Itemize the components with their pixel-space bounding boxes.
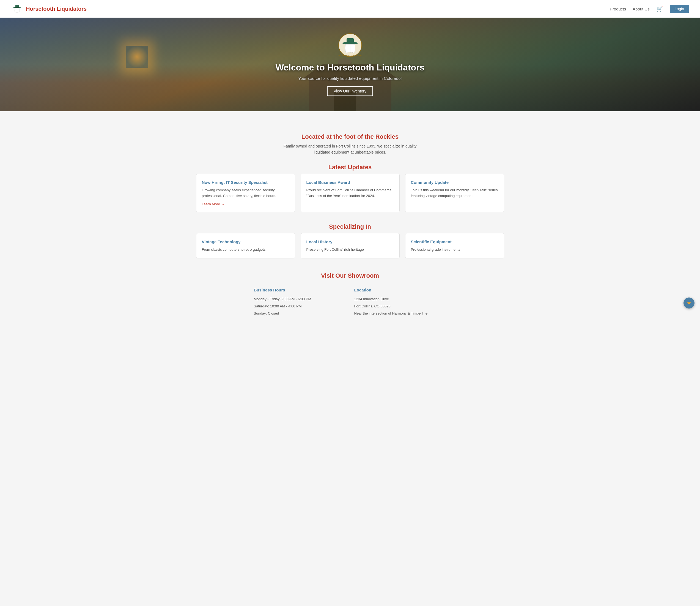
showroom-location-line-1: 1234 Innovation Drive bbox=[354, 296, 446, 303]
update-card-3-text: Join us this weekend for our monthly "Te… bbox=[411, 187, 499, 199]
svg-rect-2 bbox=[16, 7, 19, 8]
nav-link-products[interactable]: Products bbox=[610, 7, 626, 11]
showroom-hours-line-1: Monday - Friday: 9:00 AM - 6:00 PM bbox=[254, 296, 346, 303]
specializing-section: Specializing In Vintage Technology From … bbox=[196, 223, 504, 258]
nav-link-about[interactable]: About Us bbox=[633, 7, 650, 11]
hero-section: HORSETOOTH LIQUIDATORS Welcome to Horset… bbox=[0, 18, 700, 111]
about-subtext: Family owned and operated in Fort Collin… bbox=[281, 143, 419, 156]
spec-card-2: Local History Preserving Fort Collins' r… bbox=[300, 233, 400, 258]
specializing-grid: Vintage Technology From classic computer… bbox=[196, 233, 504, 258]
spec-card-1: Vintage Technology From classic computer… bbox=[196, 233, 295, 258]
svg-text:HORSETOOTH LIQUIDATORS: HORSETOOTH LIQUIDATORS bbox=[338, 55, 362, 56]
update-card-2: Local Business Award Proud recipient of … bbox=[300, 174, 400, 212]
showroom-hours-title: Business Hours bbox=[254, 287, 346, 292]
hero-content: HORSETOOTH LIQUIDATORS Welcome to Horset… bbox=[275, 33, 425, 96]
spec-card-3-text: Professional-grade instruments bbox=[411, 247, 499, 253]
nav-brand-name: Horsetooth Liquidators bbox=[26, 6, 87, 12]
update-card-1-text: Growing company seeks experienced securi… bbox=[202, 187, 289, 199]
spec-card-3-title: Scientific Equipment bbox=[411, 239, 499, 244]
brand-logo-icon bbox=[11, 3, 23, 15]
learn-more-link[interactable]: Learn More → bbox=[202, 202, 225, 206]
spec-card-1-text: From classic computers to retro gadgets bbox=[202, 247, 289, 253]
showroom-hours-col: Business Hours Monday - Friday: 9:00 AM … bbox=[254, 287, 346, 317]
specializing-heading: Specializing In bbox=[196, 223, 504, 230]
showroom-hours-line-2: Saturday: 10:00 AM - 4:00 PM bbox=[254, 303, 346, 310]
update-card-3: Community Update Join us this weekend fo… bbox=[405, 174, 504, 212]
hero-title: Welcome to Horsetooth Liquidators bbox=[275, 63, 425, 73]
floating-badge-button[interactable]: ★ bbox=[683, 298, 695, 308]
main-content: Located at the foot of the Rockies Famil… bbox=[185, 111, 515, 339]
spec-card-2-text: Preserving Fort Collins' rich heritage bbox=[307, 247, 394, 253]
showroom-section: Visit Our Showroom Business Hours Monday… bbox=[196, 272, 504, 323]
update-card-1-title: Now Hiring: IT Security Specialist bbox=[202, 180, 289, 185]
about-heading: Located at the foot of the Rockies bbox=[196, 133, 504, 140]
showroom-heading: Visit Our Showroom bbox=[196, 272, 504, 279]
view-inventory-button[interactable]: View Our Inventory bbox=[327, 86, 373, 96]
spec-card-2-title: Local History bbox=[307, 239, 394, 244]
showroom-hours-line-3: Sunday: Closed bbox=[254, 310, 346, 317]
svg-rect-11 bbox=[346, 38, 354, 44]
latest-updates-heading: Latest Updates bbox=[196, 164, 504, 171]
update-card-1: Now Hiring: IT Security Specialist Growi… bbox=[196, 174, 295, 212]
spec-card-3: Scientific Equipment Professional-grade … bbox=[405, 233, 504, 258]
floating-badge-icon: ★ bbox=[687, 300, 691, 306]
cart-icon[interactable]: 🛒 bbox=[656, 5, 663, 12]
login-button[interactable]: Login bbox=[670, 5, 689, 13]
showroom-location-col: Location 1234 Innovation Drive Fort Coll… bbox=[354, 287, 446, 317]
hero-subtitle: Your source for quality liquidated equip… bbox=[298, 76, 402, 80]
navbar: Horsetooth Liquidators Products About Us… bbox=[0, 0, 700, 18]
spec-card-1-title: Vintage Technology bbox=[202, 239, 289, 244]
nav-brand: Horsetooth Liquidators bbox=[11, 3, 87, 15]
showroom-location-line-3: Near the intersection of Harmony & Timbe… bbox=[354, 310, 446, 317]
latest-updates-grid: Now Hiring: IT Security Specialist Growi… bbox=[196, 174, 504, 212]
showroom-location-line-2: Fort Collins, CO 80525 bbox=[354, 303, 446, 310]
update-card-2-text: Proud recipient of Fort Collins Chamber … bbox=[307, 187, 394, 199]
showroom-location-title: Location bbox=[354, 287, 446, 292]
showroom-inner: Business Hours Monday - Friday: 9:00 AM … bbox=[254, 282, 446, 323]
update-card-3-title: Community Update bbox=[411, 180, 499, 185]
nav-links: Products About Us 🛒 Login bbox=[610, 5, 689, 13]
hero-logo-icon: HORSETOOTH LIQUIDATORS bbox=[338, 33, 363, 57]
update-card-2-title: Local Business Award bbox=[307, 180, 394, 185]
